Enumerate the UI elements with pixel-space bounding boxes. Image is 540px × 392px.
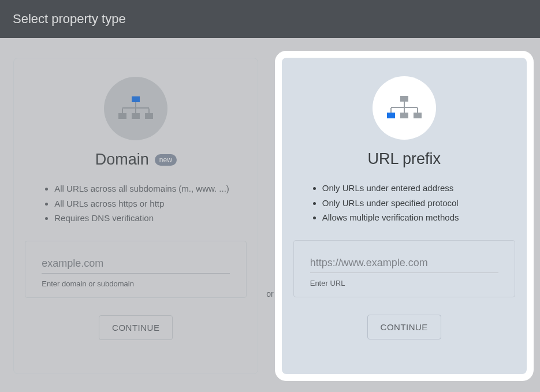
svg-rect-15 [387,113,395,118]
svg-rect-0 [132,96,140,102]
svg-rect-12 [390,108,392,113]
url-prefix-input[interactable] [310,253,498,273]
domain-continue-button[interactable]: CONTINUE [99,315,173,340]
svg-rect-4 [135,109,136,113]
list-item: Only URLs under specified protocol [322,196,506,211]
domain-input-box: Enter domain or subdomain [25,241,247,298]
svg-rect-16 [400,113,408,118]
url-prefix-continue-button[interactable]: CONTINUE [367,315,441,339]
domain-property-card[interactable]: Domain new All URLs across all subdomain… [13,58,258,374]
domain-input[interactable] [42,254,230,274]
svg-rect-5 [148,109,150,113]
svg-rect-14 [417,108,418,113]
svg-rect-9 [400,96,408,102]
url-prefix-input-box: Enter URL [293,240,515,297]
svg-rect-6 [118,113,126,119]
domain-title-row: Domain new [95,151,177,169]
list-item: Only URLs under entered address [322,181,506,196]
svg-rect-11 [391,107,418,108]
url-prefix-feature-list: Only URLs under entered address Only URL… [291,181,517,225]
svg-rect-13 [404,108,405,113]
property-type-content: Domain new All URLs across all subdomain… [0,38,540,388]
or-divider: or [266,289,273,298]
svg-rect-10 [404,102,405,107]
domain-input-helper: Enter domain or subdomain [42,279,230,288]
new-badge: new [155,154,177,166]
domain-card-title: Domain [95,151,149,169]
domain-feature-list: All URLs across all subdomains (m., www.… [23,181,248,226]
svg-rect-17 [414,113,422,118]
url-prefix-title-row: URL prefix [367,150,441,168]
list-item: All URLs across https or http [54,196,237,211]
dialog-title: Select property type [13,12,126,26]
list-item: Allows multiple verification methods [322,210,506,225]
dialog-header: Select property type [0,0,540,38]
url-prefix-sitemap-icon [373,76,436,140]
url-prefix-property-card[interactable]: URL prefix Only URLs under entered addre… [282,58,527,374]
svg-rect-7 [132,113,140,119]
svg-rect-2 [122,107,149,109]
svg-rect-1 [135,102,136,108]
url-prefix-card-title: URL prefix [367,150,441,168]
svg-rect-3 [122,109,123,113]
domain-sitemap-icon [104,77,167,140]
list-item: All URLs across all subdomains (m., www.… [54,181,237,196]
svg-rect-8 [145,113,153,119]
url-prefix-input-helper: Enter URL [310,279,498,288]
list-item: Requires DNS verification [54,211,237,226]
